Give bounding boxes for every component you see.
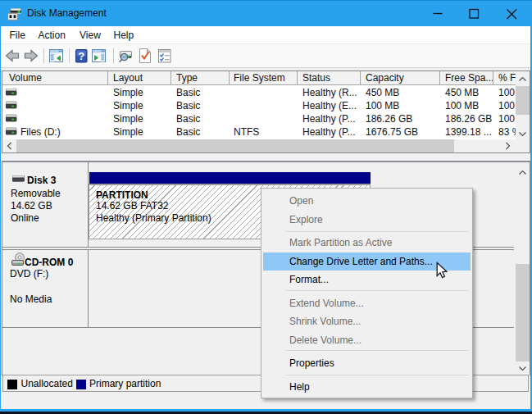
svg-text:?: ? (78, 50, 84, 62)
